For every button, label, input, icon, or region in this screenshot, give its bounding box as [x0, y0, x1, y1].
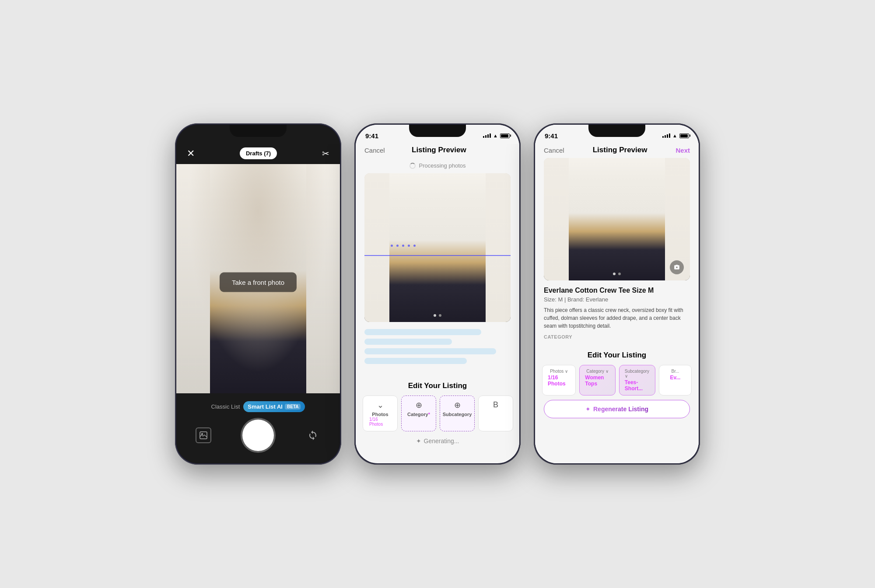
- processing-indicator: Processing photos: [356, 158, 519, 173]
- scan-line: [364, 255, 511, 256]
- subcategory-plus-icon: ⊕: [454, 400, 461, 410]
- photo-dots: [613, 273, 621, 275]
- phone-complete: 9:41 ▲: [534, 123, 700, 465]
- photos-tab[interactable]: ⌄ Photos 1/16 Photos: [363, 396, 398, 431]
- smart-list-pill[interactable]: Smart List AI BETA: [243, 401, 305, 412]
- subcategory-value: Tees- Short...: [625, 379, 650, 392]
- photos-label: Photos ∨: [550, 369, 568, 374]
- status-time: 9:41: [545, 132, 558, 140]
- listing-info: Everlane Cotton Crew Tee Size M Size: M …: [535, 280, 699, 351]
- scan-dots: [364, 245, 511, 247]
- brand-label-top: Br...: [672, 369, 679, 374]
- regenerate-button[interactable]: ✦ Regenerate Listing: [544, 400, 690, 418]
- brand-value: Ev...: [670, 374, 681, 381]
- smart-list-label: Smart List AI: [248, 403, 283, 410]
- subcategory-tab-label: Subcategory: [443, 412, 472, 417]
- category-label-top: Category ∨: [586, 369, 608, 374]
- listing-title: Everlane Cotton Crew Tee Size M: [544, 287, 690, 294]
- photos-count: 1/16 Photos: [369, 417, 391, 427]
- phones-container: ✕ Drafts (7) ✂ Take a front photo: [175, 123, 700, 465]
- spinner-icon: [410, 163, 416, 169]
- photos-value: 1/16 Photos: [548, 374, 570, 387]
- battery-icon: [679, 133, 689, 138]
- wifi-icon: ▲: [672, 133, 677, 138]
- status-time: 9:41: [365, 132, 378, 140]
- brand-icon: B: [493, 400, 498, 410]
- flip-camera-button[interactable]: [305, 427, 321, 443]
- brand-tab[interactable]: B: [478, 396, 513, 431]
- signal-icon: [483, 133, 491, 138]
- edit-listing-section: Edit Your Listing ⌄ Photos 1/16 Photos ⊕…: [356, 374, 519, 451]
- edit-listing-section: Edit Your Listing Photos ∨ 1/16 Photos C…: [535, 351, 699, 418]
- svg-point-1: [201, 433, 203, 435]
- close-button[interactable]: ✕: [187, 148, 195, 159]
- photo-dot-2: [439, 314, 441, 317]
- photo-dot-1: [613, 273, 616, 275]
- beta-badge: BETA: [285, 404, 301, 410]
- category-tab-label: Category*: [407, 412, 430, 417]
- brand-tab[interactable]: Br... Ev...: [659, 365, 692, 396]
- next-button[interactable]: Next: [676, 147, 690, 154]
- category-label: CATEGORY: [544, 334, 690, 340]
- skeleton-line-4: [364, 358, 467, 364]
- listing-photo-image: [544, 158, 690, 280]
- gallery-button[interactable]: [196, 427, 211, 443]
- subcategory-label-top: Subcategory ∨: [625, 369, 650, 378]
- skeleton-line-3: [364, 348, 496, 354]
- camera-screen: ✕ Drafts (7) ✂ Take a front photo: [176, 125, 340, 463]
- subcategory-tab[interactable]: Subcategory ∨ Tees- Short...: [619, 365, 655, 396]
- generating-text: Generating...: [424, 438, 459, 444]
- listing-photo-card: [544, 158, 690, 280]
- notch: [588, 125, 645, 137]
- status-icons: ▲: [483, 133, 510, 138]
- cancel-button[interactable]: Cancel: [544, 147, 564, 154]
- category-tab[interactable]: ⊕ Category*: [401, 396, 436, 431]
- photo-dot-2: [618, 273, 621, 275]
- edit-listing-title: Edit Your Listing: [356, 382, 519, 390]
- signal-icon: [662, 133, 670, 138]
- classic-list-label: Classic List: [211, 403, 240, 410]
- camera-footer: Classic List Smart List AI BETA: [176, 393, 340, 463]
- processing-text: Processing photos: [419, 162, 466, 169]
- listing-description: This piece offers a classic crew neck, o…: [544, 306, 690, 330]
- photo-dot-1: [434, 314, 436, 317]
- cancel-button[interactable]: Cancel: [364, 147, 385, 154]
- drafts-pill[interactable]: Drafts (7): [240, 147, 277, 159]
- photos-chevron-icon: ⌄: [377, 400, 384, 410]
- shutter-button[interactable]: [242, 420, 274, 451]
- listing-photo-image: [364, 173, 511, 322]
- camera-header: ✕ Drafts (7) ✂: [176, 144, 340, 163]
- camera-viewfinder: Take a front photo: [176, 164, 340, 400]
- listing-tabs: Photos ∨ 1/16 Photos Category ∨ Women To…: [535, 365, 699, 396]
- listing-meta: Size: M | Brand: Everlane: [544, 296, 690, 303]
- scissors-button[interactable]: ✂: [322, 148, 329, 159]
- processing-screen: 9:41 ▲: [356, 125, 519, 463]
- phone-camera: ✕ Drafts (7) ✂ Take a front photo: [175, 123, 341, 465]
- photos-tab-label: Photos: [372, 412, 388, 417]
- generating-bar: ✦ Generating...: [356, 431, 519, 451]
- phone-processing: 9:41 ▲: [354, 123, 521, 465]
- camera-photo: Take a front photo: [176, 164, 340, 400]
- listing-photo-card: [364, 173, 511, 322]
- nav-bar: Cancel Listing Preview Next: [535, 144, 699, 158]
- subcategory-tab[interactable]: ⊕ Subcategory: [440, 396, 475, 431]
- category-plus-icon: ⊕: [416, 400, 422, 410]
- list-toggle: Classic List Smart List AI BETA: [211, 401, 305, 412]
- listing-tabs: ⌄ Photos 1/16 Photos ⊕ Category* ⊕ Sub: [356, 396, 519, 431]
- skeleton-line-1: [364, 329, 481, 335]
- photos-tab[interactable]: Photos ∨ 1/16 Photos: [542, 365, 576, 396]
- regenerate-label: Regenerate Listing: [593, 406, 648, 413]
- sparkle-icon: ✦: [416, 438, 421, 444]
- battery-icon: [500, 133, 510, 138]
- notch: [409, 125, 466, 137]
- notch: [230, 125, 287, 137]
- edit-listing-title: Edit Your Listing: [535, 351, 699, 360]
- camera-controls: [176, 420, 340, 451]
- category-value: Women Tops: [585, 374, 610, 387]
- page-title: Listing Preview: [593, 146, 648, 154]
- status-icons: ▲: [662, 133, 689, 138]
- category-tab[interactable]: Category ∨ Women Tops: [579, 365, 616, 396]
- camera-overlay-icon[interactable]: [670, 260, 684, 274]
- skeleton-line-2: [364, 339, 452, 345]
- sparkle-icon: ✦: [585, 406, 591, 413]
